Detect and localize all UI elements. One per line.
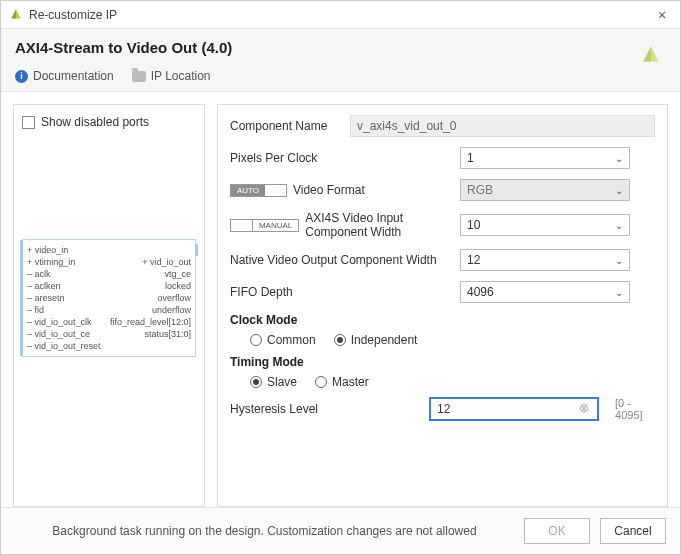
cancel-button[interactable]: Cancel [600,518,666,544]
input-width-select[interactable]: 10 ⌄ [460,214,630,236]
input-width-label: AXI4S Video Input Component Width [305,211,450,239]
port-left: vtiming_in [27,256,75,268]
port-left: aclken [27,280,61,292]
port-left: aclk [27,268,51,280]
port-left: video_in [27,244,68,256]
clock-mode-common-radio[interactable]: Common [250,333,316,347]
port-left: vid_io_out_clk [27,316,92,328]
folder-icon [132,71,146,82]
fifo-depth-select[interactable]: 4096 ⌄ [460,281,630,303]
clear-icon[interactable]: ⊗ [579,401,593,415]
titlebar: Re-customize IP × [1,1,680,29]
output-width-select[interactable]: 12 ⌄ [460,249,630,271]
port-right: fifo_read_level[12:0] [110,316,191,328]
clock-mode-independent-radio[interactable]: Independent [334,333,418,347]
show-disabled-ports-checkbox[interactable] [22,116,35,129]
close-icon[interactable]: × [652,7,672,23]
app-logo-icon [9,8,23,22]
clock-common-label: Common [267,333,316,347]
port-left: vid_io_out_reset [27,340,101,352]
status-text: Background task running on the design. C… [15,524,514,538]
fifo-depth-value: 4096 [467,285,494,299]
config-panel: Component Name v_axi4s_vid_out_0 Pixels … [217,104,668,507]
port-left: vid_io_out_ce [27,328,90,340]
input-width-manual-toggle[interactable]: MANUAL [230,219,299,232]
header: AXI4-Stream to Video Out (4.0) i Documen… [1,29,680,92]
vendor-logo-icon [636,39,666,69]
video-format-select: RGB ⌄ [460,179,630,201]
timing-mode-slave-radio[interactable]: Slave [250,375,297,389]
port-right: status[31:0] [144,328,191,340]
pixels-per-clock-label: Pixels Per Clock [230,151,450,165]
footer: Background task running on the design. C… [1,507,680,554]
component-name-field: v_axi4s_vid_out_0 [350,115,655,137]
ports-panel: Show disabled ports video_in vtiming_inv… [13,104,205,507]
hysteresis-range: [0 - 4095] [615,397,655,421]
port-right: vtg_ce [164,268,191,280]
port-right: underflow [152,304,191,316]
chevron-down-icon: ⌄ [615,220,623,231]
timing-mode-master-radio[interactable]: Master [315,375,369,389]
timing-master-label: Master [332,375,369,389]
info-icon: i [15,70,28,83]
timing-mode-heading: Timing Mode [230,355,655,369]
port-left: aresetn [27,292,65,304]
pixels-per-clock-select[interactable]: 1 ⌄ [460,147,630,169]
pixels-per-clock-value: 1 [467,151,474,165]
chevron-down-icon: ⌄ [615,287,623,298]
show-disabled-ports-label: Show disabled ports [41,115,149,129]
input-width-value: 10 [467,218,480,232]
documentation-link[interactable]: i Documentation [15,69,114,83]
chevron-down-icon: ⌄ [615,255,623,266]
chevron-down-icon: ⌄ [615,185,623,196]
output-width-value: 12 [467,253,480,267]
ip-location-label: IP Location [151,69,211,83]
clock-mode-heading: Clock Mode [230,313,655,327]
chevron-down-icon: ⌄ [615,153,623,164]
window-title: Re-customize IP [29,8,652,22]
fifo-depth-label: FIFO Depth [230,285,450,299]
hysteresis-label: Hysteresis Level [230,402,419,416]
documentation-label: Documentation [33,69,114,83]
timing-slave-label: Slave [267,375,297,389]
port-right: vid_io_out [142,256,191,268]
output-width-label: Native Video Output Component Width [230,253,450,267]
component-name-label: Component Name [230,119,340,133]
video-format-value: RGB [467,183,493,197]
video-format-label: Video Format [293,183,365,197]
hysteresis-input[interactable] [429,397,599,421]
ok-button: OK [524,518,590,544]
ip-location-link[interactable]: IP Location [132,69,211,83]
video-format-auto-toggle[interactable]: AUTO [230,184,287,197]
port-left: fid [27,304,44,316]
port-right: locked [165,280,191,292]
ip-symbol: video_in vtiming_invid_io_out aclkvtg_ce… [22,239,196,357]
page-title: AXI4-Stream to Video Out (4.0) [15,39,232,56]
port-right: overflow [157,292,191,304]
clock-independent-label: Independent [351,333,418,347]
